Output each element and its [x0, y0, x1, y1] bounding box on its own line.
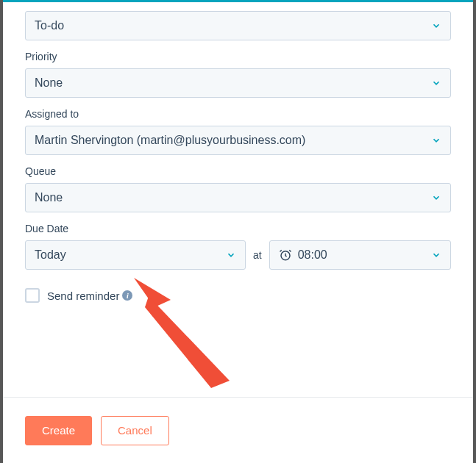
assigned-field: Assigned to Martin Shervington (martin@p… — [25, 108, 451, 155]
due-date-select[interactable]: Today — [25, 240, 246, 270]
chevron-down-icon — [431, 250, 441, 260]
priority-label: Priority — [25, 51, 451, 62]
assigned-select[interactable]: Martin Shervington (martin@plusyourbusin… — [25, 126, 451, 155]
due-date-field: Due Date Today at — [25, 223, 451, 270]
modal-footer: Create Cancel — [3, 398, 473, 463]
queue-field: Queue None — [25, 165, 451, 212]
chevron-down-icon — [431, 135, 441, 146]
info-icon[interactable]: i — [122, 290, 132, 301]
due-date-row: Today at 08:00 — [25, 240, 451, 270]
chevron-down-icon — [431, 193, 441, 203]
chevron-down-icon — [226, 250, 236, 260]
due-time-value: 08:00 — [298, 248, 431, 262]
at-label: at — [253, 249, 262, 261]
chevron-down-icon — [431, 78, 441, 88]
reminder-checkbox[interactable] — [25, 288, 40, 303]
assigned-label: Assigned to — [25, 108, 451, 120]
priority-field: Priority None — [25, 51, 451, 98]
assigned-value: Martin Shervington (martin@plusyourbusin… — [35, 134, 305, 147]
cancel-button[interactable]: Cancel — [101, 416, 169, 445]
priority-value: None — [35, 76, 63, 90]
clock-icon — [279, 248, 292, 262]
type-value: To-do — [35, 19, 64, 32]
queue-value: None — [35, 191, 63, 204]
type-select[interactable]: To-do — [25, 11, 451, 40]
reminder-row: Send reminder i — [25, 288, 451, 303]
reminder-label-text: Send reminder — [47, 290, 119, 302]
queue-select[interactable]: None — [25, 183, 451, 212]
reminder-label: Send reminder i — [47, 290, 132, 302]
chevron-down-icon — [431, 21, 441, 31]
type-field: To-do — [25, 11, 451, 40]
task-form: To-do Priority None Assigned to Martin S… — [3, 2, 473, 397]
due-date-label: Due Date — [25, 223, 451, 234]
queue-label: Queue — [25, 165, 451, 177]
cancel-button-label: Cancel — [118, 424, 152, 437]
create-button-label: Create — [42, 424, 75, 437]
create-button[interactable]: Create — [25, 416, 92, 445]
due-date-value: Today — [35, 248, 66, 262]
due-time-select[interactable]: 08:00 — [269, 240, 451, 270]
task-modal: To-do Priority None Assigned to Martin S… — [3, 0, 473, 463]
priority-select[interactable]: None — [25, 68, 451, 98]
